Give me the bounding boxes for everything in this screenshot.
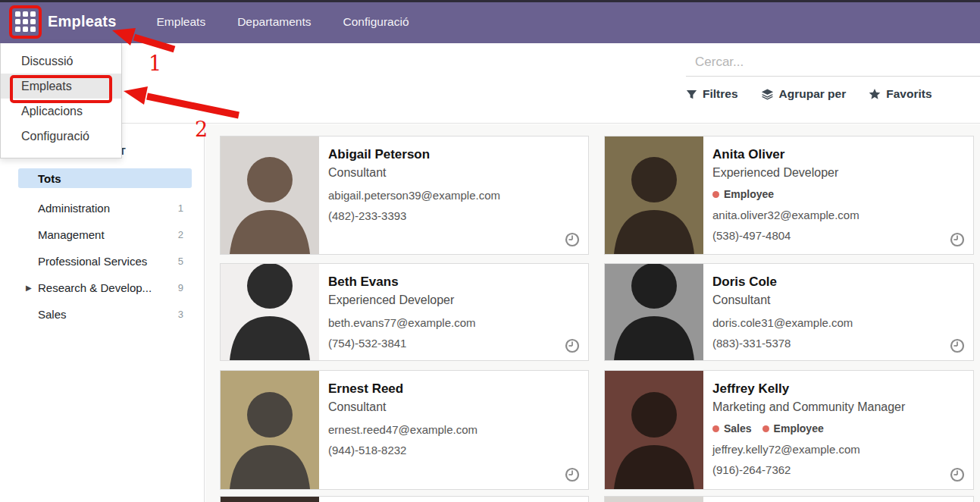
employee-phone[interactable]: (916)-264-7362 bbox=[712, 463, 964, 477]
employee-job-title: Experienced Developer bbox=[328, 291, 579, 309]
employee-photo bbox=[221, 497, 319, 502]
main-navbar: Empleats EmpleatsDepartamentsConfiguraci… bbox=[0, 0, 980, 43]
department-filter-tots[interactable]: ▶ Tots bbox=[18, 168, 192, 188]
navbar-menu: EmpleatsDepartamentsConfiguració bbox=[141, 2, 425, 42]
employee-phone[interactable]: (538)-497-4804 bbox=[712, 228, 964, 243]
employee-job-title: Consultant bbox=[328, 398, 579, 416]
employee-photo bbox=[605, 264, 703, 360]
expand-caret-icon[interactable]: ▶ bbox=[26, 284, 32, 292]
employee-card[interactable]: Jeffrey Kelly Marketing and Community Ma… bbox=[604, 370, 974, 490]
department-count: 5 bbox=[178, 256, 183, 267]
department-label: Tots bbox=[38, 172, 61, 185]
employee-name: Doris Cole bbox=[712, 274, 964, 290]
employee-phone[interactable]: (944)-518-8232 bbox=[328, 443, 579, 457]
apps-dropdown-item-empleats[interactable]: Empleats bbox=[1, 74, 121, 99]
employee-name: Abigail Peterson bbox=[328, 146, 579, 162]
activity-clock-icon[interactable] bbox=[950, 467, 965, 482]
apps-dropdown-menu: DiscussióEmpleatsAplicacionsConfiguració bbox=[0, 43, 122, 158]
employee-email[interactable]: ernest.reed47@example.com bbox=[328, 422, 579, 437]
apps-grid-icon bbox=[15, 11, 36, 32]
department-list: ▶ Tots ▶ Administration 1 ▶ Management 2… bbox=[0, 168, 205, 328]
app-brand-title[interactable]: Empleats bbox=[48, 13, 117, 30]
search-input[interactable] bbox=[686, 52, 980, 77]
apps-menu-button[interactable] bbox=[9, 6, 41, 38]
apps-dropdown-item-configuració[interactable]: Configuració bbox=[1, 124, 121, 149]
department-filter-research-develop-[interactable]: ▶ Research & Develop... 9 bbox=[0, 275, 205, 301]
employee-photo bbox=[605, 371, 703, 489]
activity-clock-icon[interactable] bbox=[950, 232, 965, 247]
apps-dropdown-item-discussió[interactable]: Discussió bbox=[1, 49, 121, 74]
employee-name: Jeffrey Kelly bbox=[712, 381, 964, 397]
employee-card[interactable]: Ernest Reed Consultant ernest.reed47@exa… bbox=[220, 370, 589, 490]
department-count: 1 bbox=[178, 202, 183, 214]
employee-phone[interactable]: (754)-532-3841 bbox=[328, 336, 579, 350]
employee-email[interactable]: jeffrey.kelly72@example.com bbox=[712, 442, 964, 457]
activity-clock-icon[interactable] bbox=[565, 232, 580, 247]
department-label: Sales bbox=[38, 308, 67, 321]
employee-phone[interactable]: (482)-233-3393 bbox=[328, 209, 579, 223]
employee-kanban: Abigail Peterson Consultant abigail.pete… bbox=[205, 124, 980, 502]
department-filter-professional-services[interactable]: ▶ Professional Services 5 bbox=[0, 248, 205, 275]
tag-dot-icon bbox=[712, 425, 719, 432]
employee-email[interactable]: anita.oliver32@example.com bbox=[712, 208, 964, 222]
activity-clock-icon[interactable] bbox=[565, 467, 580, 482]
employee-card[interactable]: Abigail Peterson Consultant abigail.pete… bbox=[220, 136, 589, 255]
employee-email[interactable]: beth.evans77@example.com bbox=[328, 315, 579, 330]
department-count: 2 bbox=[178, 229, 183, 240]
department-count: 9 bbox=[178, 282, 183, 293]
department-label: Research & Develop... bbox=[38, 281, 152, 294]
agrupar-per-button[interactable]: Agrupar per bbox=[761, 87, 847, 101]
navbar-menu-item-empleats[interactable]: Empleats bbox=[141, 2, 222, 42]
employee-email[interactable]: doris.cole31@example.com bbox=[712, 315, 964, 330]
department-count: 3 bbox=[178, 309, 183, 320]
filtres-button[interactable]: Filtres bbox=[686, 87, 738, 101]
employee-email[interactable]: abigail.peterson39@example.com bbox=[328, 188, 579, 202]
employee-card-partial[interactable] bbox=[604, 496, 974, 502]
employee-tag-employee: Employee bbox=[762, 422, 824, 435]
department-filter-management[interactable]: ▶ Management 2 bbox=[0, 221, 205, 248]
employee-card[interactable]: Doris Cole Consultant doris.cole31@examp… bbox=[604, 263, 974, 361]
navbar-menu-item-departaments[interactable]: Departaments bbox=[221, 2, 327, 42]
employee-card-partial[interactable] bbox=[220, 496, 589, 502]
employee-name: Ernest Reed bbox=[328, 381, 579, 397]
employee-tags: Employee bbox=[712, 187, 964, 202]
employee-job-title: Consultant bbox=[328, 164, 579, 181]
control-panel: Filtres Agrupar per Favorits bbox=[0, 43, 980, 124]
department-label: Administration bbox=[38, 202, 110, 215]
filter-row: Filtres Agrupar per Favorits bbox=[686, 87, 980, 101]
employee-name: Beth Evans bbox=[328, 274, 579, 290]
navbar-menu-item-configuració[interactable]: Configuració bbox=[327, 2, 425, 42]
employee-card[interactable]: Anita Oliver Experienced Developer Emplo… bbox=[604, 136, 974, 255]
employee-job-title: Consultant bbox=[712, 291, 964, 309]
activity-clock-icon[interactable] bbox=[950, 338, 965, 353]
employee-photo bbox=[221, 371, 319, 489]
employee-photo bbox=[221, 264, 319, 360]
employee-photo bbox=[221, 136, 319, 254]
employee-phone[interactable]: (883)-331-5378 bbox=[712, 336, 964, 350]
employee-photo bbox=[605, 497, 703, 502]
activity-clock-icon[interactable] bbox=[565, 338, 580, 353]
employee-photo bbox=[605, 136, 703, 254]
apps-dropdown-item-aplicacions[interactable]: Aplicacions bbox=[1, 99, 121, 124]
department-filter-sales[interactable]: ▶ Sales 3 bbox=[0, 301, 205, 328]
employee-tag-employee: Employee bbox=[712, 188, 774, 200]
employee-tag-sales: Sales bbox=[712, 422, 752, 435]
department-sidebar: DEPARTAMENT ▶ Tots ▶ Administration 1 ▶ … bbox=[0, 124, 205, 502]
department-label: Management bbox=[38, 228, 105, 241]
employee-job-title: Marketing and Community Manager bbox=[712, 398, 964, 416]
employee-card[interactable]: Beth Evans Experienced Developer beth.ev… bbox=[220, 263, 589, 361]
department-label: Professional Services bbox=[38, 255, 147, 268]
employee-name: Anita Oliver bbox=[712, 146, 964, 162]
window-top-edge bbox=[0, 0, 980, 2]
group-by-icon bbox=[761, 88, 774, 100]
employee-job-title: Experienced Developer bbox=[712, 164, 964, 181]
tag-dot-icon bbox=[712, 191, 719, 198]
employee-tags: SalesEmployee bbox=[712, 421, 964, 436]
tag-dot-icon bbox=[762, 425, 769, 432]
filter-icon bbox=[686, 89, 697, 100]
department-filter-administration[interactable]: ▶ Administration 1 bbox=[0, 195, 205, 221]
favorits-button[interactable]: Favorits bbox=[869, 87, 931, 101]
search-box bbox=[686, 52, 980, 77]
star-icon bbox=[869, 89, 881, 100]
